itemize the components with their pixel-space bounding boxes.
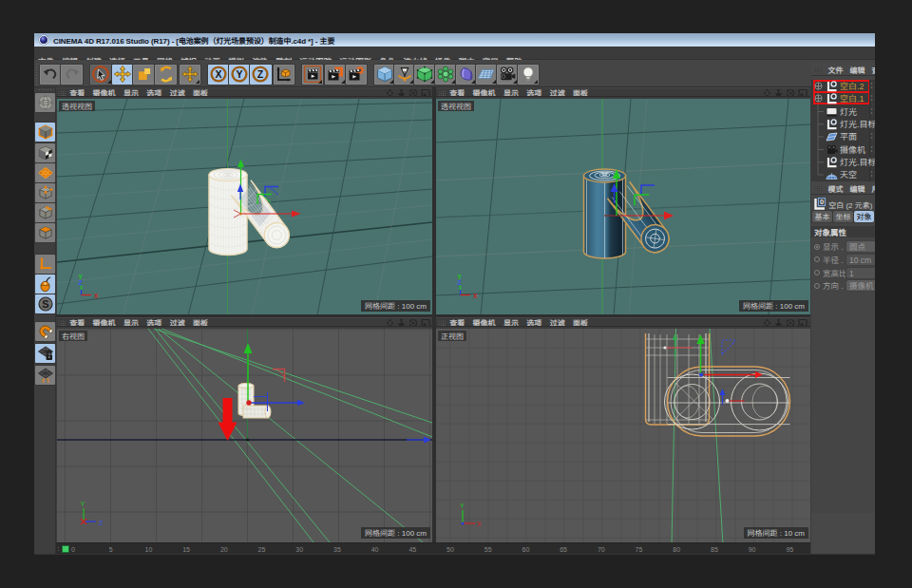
expand-toggle-icon[interactable] (814, 82, 823, 90)
visibility-dots-icon[interactable] (870, 145, 873, 153)
object-row-6[interactable]: 摄像机 (811, 143, 875, 156)
z-axis-lock-button[interactable]: Z (250, 65, 272, 85)
visibility-dots-icon[interactable] (870, 158, 873, 165)
pan-view-icon[interactable] (763, 318, 771, 327)
keyframe-dot-icon[interactable] (814, 270, 820, 275)
object-row-7[interactable]: 灯光.目标.1 (811, 156, 875, 168)
magnet-snap-button[interactable] (35, 322, 55, 341)
tab-basic[interactable]: 基本 (812, 211, 832, 222)
viewport1-header-grip[interactable] (58, 90, 66, 98)
viewport4-header-grip[interactable] (438, 320, 446, 328)
toggle-view-icon[interactable] (421, 318, 430, 327)
rotate-view-icon[interactable] (408, 88, 418, 97)
attribute-manager-menu-item[interactable]: 编辑 (846, 182, 868, 195)
keyframe-dot-icon[interactable] (814, 256, 820, 262)
toggle-view-icon[interactable] (421, 88, 430, 97)
visibility-dots-icon[interactable] (870, 107, 873, 115)
viewport2-canvas-perspective[interactable]: Y Z X 透视视图 网格间距 : 100 cm (436, 99, 810, 315)
toggle-view-icon[interactable] (798, 318, 808, 327)
y-axis-lock-button[interactable]: Y (229, 65, 250, 85)
make-editable-button[interactable] (35, 93, 55, 112)
polygons-mode-button[interactable] (35, 223, 55, 242)
viewport-menu-item[interactable]: 面板 (569, 318, 592, 327)
subdivision-surface-button[interactable] (414, 65, 435, 85)
object-row-3[interactable]: 灯光 (811, 105, 875, 118)
timeline-grip[interactable] (57, 546, 61, 553)
redo-button[interactable] (61, 65, 83, 85)
snap-badge-button[interactable]: S (35, 294, 55, 313)
viewport-menu-item[interactable]: 摄像机 (468, 318, 499, 327)
x-axis-lock-button[interactable]: X (208, 65, 229, 85)
viewport3-header-grip[interactable] (58, 320, 66, 328)
toggle-view-icon[interactable] (798, 88, 808, 97)
viewport-menu-item[interactable]: 过滤 (546, 318, 569, 327)
model-mode-button[interactable] (35, 123, 55, 142)
spline-pen-button[interactable] (394, 65, 414, 85)
viewport-menu-item[interactable]: 选项 (522, 318, 545, 327)
dolly-view-icon[interactable] (774, 88, 783, 97)
titlebar[interactable]: CINEMA 4D R17.016 Studio (R17) - [电池案例（灯… (34, 33, 875, 47)
camera-button[interactable] (497, 65, 518, 85)
render-settings-button[interactable] (346, 65, 367, 85)
viewport-divider-horizontal[interactable] (56, 314, 810, 317)
viewport-menu-item[interactable]: 显示 (120, 88, 142, 97)
scale-tool-button[interactable] (133, 65, 155, 85)
last-tool-button[interactable] (180, 65, 200, 85)
object-manager-menu-item[interactable]: 文件 (825, 64, 846, 76)
viewport-menu-item[interactable]: 查看 (66, 318, 88, 327)
texture-mode-button[interactable] (35, 143, 55, 162)
viewport-menu-item[interactable]: 选项 (522, 88, 545, 97)
viewport-menu-item[interactable]: 显示 (500, 88, 522, 97)
property-field[interactable]: 10 cm (846, 255, 875, 265)
points-mode-button[interactable] (35, 183, 55, 202)
rotate-tool-button[interactable] (155, 65, 177, 85)
viewport-menu-item[interactable]: 过滤 (166, 318, 189, 327)
object-row-5[interactable]: 平面 (811, 130, 875, 142)
object-row-2[interactable]: 空白.1 (811, 92, 875, 104)
expand-toggle-icon[interactable] (814, 94, 823, 103)
object-row-1[interactable]: 空白.2 (811, 80, 875, 92)
viewport4-canvas-front-view[interactable]: Y X 正视图 网格间距 : 10 cm (436, 329, 810, 542)
viewport-menu-item[interactable]: 查看 (446, 88, 468, 97)
workplane-planar-button[interactable]: ( ) (35, 366, 55, 385)
tab-coordinates[interactable]: 坐标 (833, 211, 853, 222)
attribute-manager-menu-item[interactable]: 用户数据 (868, 182, 875, 195)
workplane-lock-button[interactable] (35, 344, 55, 363)
visibility-dots-icon[interactable] (870, 82, 873, 89)
viewport-menu-item[interactable]: 摄像机 (88, 88, 119, 97)
dolly-view-icon[interactable] (774, 318, 783, 327)
object-row-4[interactable]: 灯光.目标.2 (811, 118, 875, 130)
rotate-view-icon[interactable] (786, 318, 795, 327)
viewport-menu-item[interactable]: 显示 (500, 318, 522, 327)
light-button[interactable] (518, 65, 539, 85)
viewport-menu-item[interactable]: 查看 (446, 318, 468, 327)
attribute-manager-grip[interactable] (814, 185, 823, 193)
viewport-solo-button[interactable] (35, 275, 55, 294)
viewport-menu-item[interactable]: 选项 (142, 88, 165, 97)
timeline-ruler[interactable]: 05101520253035404550556065707580859095 (56, 542, 810, 554)
rotate-view-icon[interactable] (786, 88, 795, 97)
viewport-menu-item[interactable]: 面板 (189, 318, 212, 327)
visibility-dots-icon[interactable] (870, 94, 873, 102)
visibility-dots-icon[interactable] (870, 170, 873, 178)
deformer-button[interactable] (435, 65, 456, 85)
viewport2-header-grip[interactable] (438, 90, 446, 98)
field-button[interactable] (456, 65, 476, 85)
property-dropdown[interactable]: 摄像机 (846, 280, 875, 291)
workplane-mode-button[interactable] (35, 163, 55, 182)
live-selection-button[interactable] (90, 65, 112, 85)
object-row-8[interactable]: 天空 (811, 168, 875, 180)
move-tool-button[interactable] (112, 65, 134, 85)
object-manager-grip[interactable] (814, 66, 823, 74)
viewport-menu-item[interactable]: 过滤 (546, 88, 569, 97)
tab-object[interactable]: 对象 (854, 211, 874, 222)
dolly-view-icon[interactable] (397, 318, 406, 327)
keyframe-dot-icon[interactable] (814, 283, 820, 289)
attribute-manager-menu-item[interactable]: 模式 (825, 182, 846, 195)
viewport-menu-item[interactable]: 显示 (120, 318, 142, 327)
render-picture-viewer-button[interactable] (325, 65, 346, 85)
pan-view-icon[interactable] (386, 88, 394, 97)
pan-view-icon[interactable] (763, 88, 771, 97)
enable-axis-button[interactable] (35, 255, 55, 274)
timeline-current-frame-marker[interactable] (62, 545, 69, 553)
